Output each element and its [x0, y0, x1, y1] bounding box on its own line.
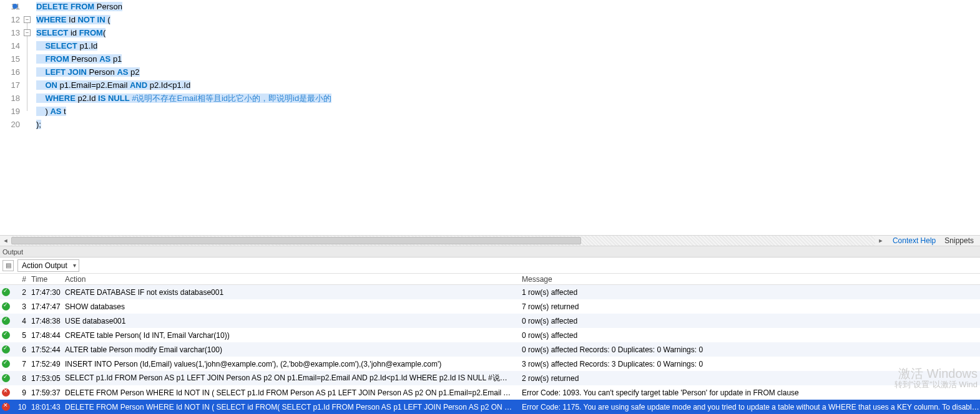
scroll-thumb[interactable]	[11, 237, 581, 244]
row-time: 17:47:47	[31, 302, 65, 311]
col-time: Time	[31, 275, 65, 284]
row-message: 1 row(s) affected	[518, 288, 980, 297]
row-action: INSERT INTO Person (Id,Email) values(1,'…	[65, 360, 518, 368]
row-time: 17:48:38	[31, 317, 65, 325]
code-line[interactable]: SELECT p1.Id	[35, 39, 980, 52]
fold-toggle[interactable]: −	[24, 29, 31, 36]
output-row[interactable]: 717:52:49INSERT INTO Person (Id,Email) v…	[0, 357, 980, 371]
row-num: 10	[11, 403, 31, 412]
context-help-tab[interactable]: Context Help	[893, 236, 936, 245]
status-error-icon	[2, 403, 10, 411]
row-time: 18:01:43	[31, 403, 65, 412]
status-error-icon	[2, 388, 10, 397]
row-num: 4	[11, 317, 31, 325]
code-area[interactable]: DELETE FROM PersonWHERE Id NOT IN (SELEC…	[35, 0, 980, 235]
row-action: CREATE table Person( Id INT, Email Varch…	[65, 331, 518, 340]
row-num: 8	[11, 374, 31, 383]
status-ok-icon	[2, 331, 10, 339]
row-action: DELETE FROM Person WHERE Id NOT IN ( SEL…	[65, 403, 518, 412]
breakpoint-icon[interactable]	[12, 4, 17, 9]
code-line[interactable]: ) AS t	[35, 105, 980, 118]
fold-column[interactable]: −−	[24, 0, 35, 235]
code-line[interactable]: ON p1.Email=p2.Email AND p2.Id<p1.Id	[35, 79, 980, 92]
output-row[interactable]: 617:52:44ALTER table Person modify Email…	[0, 342, 980, 357]
row-num: 7	[11, 360, 31, 368]
output-clear-icon[interactable]: ▤	[2, 260, 14, 271]
status-ok-icon	[2, 302, 10, 310]
row-time: 17:47:30	[31, 288, 65, 297]
col-action: Action	[65, 275, 518, 284]
code-line[interactable]: SELECT id FROM(	[35, 26, 980, 39]
code-line[interactable]: LEFT JOIN Person AS p2	[35, 65, 980, 79]
col-num: #	[11, 275, 31, 284]
row-num: 9	[11, 388, 31, 397]
row-num: 3	[11, 302, 31, 311]
row-message: 7 row(s) returned	[518, 302, 980, 311]
output-row[interactable]: 917:59:37DELETE FROM Person WHERE Id NOT…	[0, 385, 980, 400]
row-action: ALTER table Person modify Email varchar(…	[65, 345, 518, 354]
row-num: 6	[11, 345, 31, 354]
output-row[interactable]: 217:47:30CREATE DATABASE IF not exists d…	[0, 285, 980, 299]
col-message: Message	[518, 275, 980, 284]
sql-editor[interactable]: 11121314151617181920 −− DELETE FROM Pers…	[0, 0, 980, 235]
row-time: 17:59:37	[31, 388, 65, 397]
scroll-left-button[interactable]: ◄	[0, 236, 11, 246]
fold-toggle[interactable]: −	[24, 16, 31, 23]
snippets-tab[interactable]: Snippets	[944, 236, 974, 245]
output-type-combo[interactable]: Action Output	[17, 259, 79, 272]
code-line[interactable]: WHERE Id NOT IN (	[35, 13, 980, 26]
row-action: SHOW databases	[65, 302, 518, 311]
row-action: DELETE FROM Person WHERE Id NOT IN ( SEL…	[65, 388, 518, 397]
row-time: 17:48:44	[31, 331, 65, 340]
row-message: 3 row(s) affected Records: 3 Duplicates:…	[518, 360, 980, 368]
output-row[interactable]: 517:48:44CREATE table Person( Id INT, Em…	[0, 328, 980, 342]
code-line[interactable]: DELETE FROM Person	[35, 0, 980, 13]
row-message: Error Code: 1175. You are using safe upd…	[518, 403, 980, 412]
editor-hscrollbar[interactable]: ◄ ► Context Help Snippets	[0, 235, 980, 246]
output-toolbar: ▤ Action Output	[0, 258, 980, 274]
row-message: 0 row(s) affected	[518, 317, 980, 325]
scroll-track[interactable]	[11, 236, 875, 246]
action-output-grid[interactable]: # Time Action Message 217:47:30CREATE DA…	[0, 274, 980, 414]
line-number-gutter: 11121314151617181920	[0, 0, 24, 235]
row-action: USE database001	[65, 317, 518, 325]
row-time: 17:52:49	[31, 360, 65, 368]
status-ok-icon	[2, 288, 10, 296]
code-line[interactable]: );	[35, 118, 980, 131]
output-panel-title: Output	[0, 246, 980, 258]
status-ok-icon	[2, 345, 10, 354]
output-row[interactable]: 1018:01:43DELETE FROM Person WHERE Id NO…	[0, 400, 980, 414]
grid-header: # Time Action Message	[0, 274, 980, 285]
row-num: 5	[11, 331, 31, 340]
row-message: 2 row(s) returned	[518, 374, 980, 383]
output-row[interactable]: 417:48:38USE database0010 row(s) affecte…	[0, 314, 980, 328]
row-time: 17:53:05	[31, 374, 65, 383]
row-message: 0 row(s) affected	[518, 331, 980, 340]
code-line[interactable]: WHERE p2.Id IS NULL #说明不存在Email相等且id比它小的…	[35, 92, 980, 105]
status-ok-icon	[2, 374, 10, 382]
row-action: CREATE DATABASE IF not exists database00…	[65, 288, 518, 297]
row-action: SELECT p1.Id FROM Person AS p1 LEFT JOIN…	[65, 373, 518, 383]
row-time: 17:52:44	[31, 345, 65, 354]
code-line[interactable]: FROM Person AS p1	[35, 52, 980, 65]
status-ok-icon	[2, 360, 10, 368]
output-row[interactable]: 317:47:47SHOW databases7 row(s) returned	[0, 299, 980, 314]
scroll-right-button[interactable]: ►	[875, 236, 886, 246]
row-num: 2	[11, 288, 31, 297]
status-ok-icon	[2, 317, 10, 325]
row-message: 0 row(s) affected Records: 0 Duplicates:…	[518, 345, 980, 354]
output-row[interactable]: 817:53:05SELECT p1.Id FROM Person AS p1 …	[0, 371, 980, 385]
row-message: Error Code: 1093. You can't specify targ…	[518, 388, 980, 397]
